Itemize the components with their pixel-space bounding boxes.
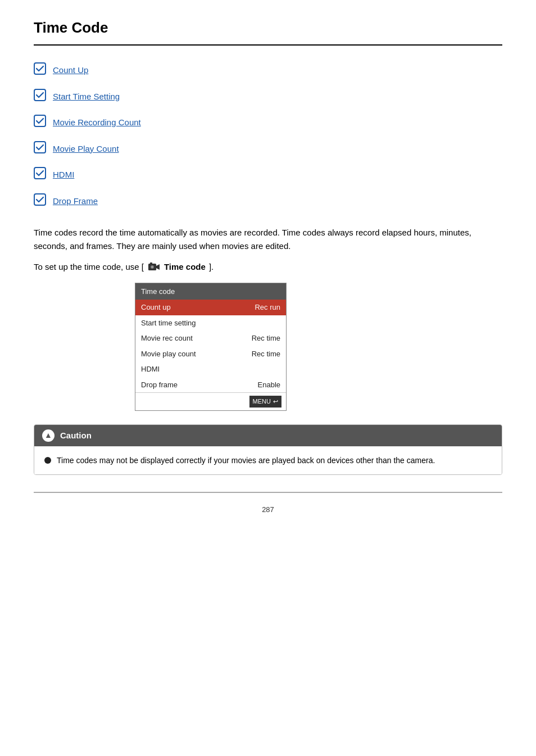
nav-item-icon xyxy=(34,141,53,157)
nav-item-drop-frame: Drop Frame xyxy=(34,193,502,210)
caution-box: ▲ Caution Time codes may not be displaye… xyxy=(34,424,502,476)
menu-row-label: Movie play count xyxy=(141,348,196,360)
menu-body: Count upRec runStart time settingMovie r… xyxy=(135,300,286,392)
menu-button[interactable]: MENU ↩ xyxy=(249,396,281,408)
caution-body: Time codes may not be displayed correctl… xyxy=(34,446,502,474)
caution-icon: ▲ xyxy=(42,429,54,442)
setup-prefix: To set up the time code, use [ xyxy=(34,261,144,274)
nav-item-icon xyxy=(34,89,53,105)
caution-item: Time codes may not be displayed correctl… xyxy=(44,454,492,467)
page-title: Time Code xyxy=(34,17,502,46)
menu-row-label: Count up xyxy=(141,302,171,313)
description-text: Time codes record the time automatically… xyxy=(34,226,502,253)
nav-link-movie-recording-count[interactable]: Movie Recording Count xyxy=(53,116,141,129)
nav-item-icon xyxy=(34,62,53,79)
menu-row-value: Enable xyxy=(258,379,280,391)
nav-item-icon xyxy=(34,167,53,183)
nav-item-hdmi: HDMI xyxy=(34,167,502,183)
nav-item-icon xyxy=(34,193,53,210)
menu-btn-label: MENU xyxy=(253,397,271,406)
caution-header: ▲ Caution xyxy=(34,425,502,447)
menu-back-icon: ↩ xyxy=(273,397,278,406)
menu-row: Movie play countRec time xyxy=(135,346,286,362)
camera-timecode-icon xyxy=(147,261,161,273)
nav-link-start-time-setting[interactable]: Start Time Setting xyxy=(53,90,120,103)
menu-row: Drop frameEnable xyxy=(135,377,286,393)
menu-footer: MENU ↩ xyxy=(135,392,286,410)
bottom-divider xyxy=(34,492,502,493)
bullet-icon xyxy=(44,457,51,464)
menu-row-value: Rec time xyxy=(252,333,280,344)
page-number: 287 xyxy=(34,504,502,515)
nav-item-icon xyxy=(34,115,53,131)
nav-item-start-time-setting: Start Time Setting xyxy=(34,89,502,105)
nav-list: Count Up Start Time Setting Movie Record… xyxy=(34,62,502,209)
nav-link-drop-frame[interactable]: Drop Frame xyxy=(53,195,98,208)
menu-title: Time code xyxy=(135,283,286,300)
svg-point-9 xyxy=(151,266,153,268)
menu-row: Movie rec countRec time xyxy=(135,331,286,346)
nav-item-movie-play-count: Movie Play Count xyxy=(34,141,502,157)
nav-link-movie-play-count[interactable]: Movie Play Count xyxy=(53,143,119,156)
setup-bold: Time code xyxy=(164,261,206,274)
setup-suffix: ]. xyxy=(209,261,214,274)
menu-screenshot: Time code Count upRec runStart time sett… xyxy=(135,283,287,411)
setup-line: To set up the time code, use [ Time code… xyxy=(34,261,502,274)
caution-item-text: Time codes may not be displayed correctl… xyxy=(57,454,435,467)
nav-link-count-up[interactable]: Count Up xyxy=(53,64,88,77)
svg-rect-10 xyxy=(150,262,152,264)
svg-marker-7 xyxy=(156,264,160,270)
menu-row-value: Rec time xyxy=(252,348,280,360)
menu-row-value: Rec run xyxy=(255,302,280,313)
menu-row-label: Drop frame xyxy=(141,379,178,391)
menu-row-label: Movie rec count xyxy=(141,333,193,344)
menu-row: Count upRec run xyxy=(135,300,286,315)
menu-row: Start time setting xyxy=(135,315,286,331)
caution-title: Caution xyxy=(60,429,92,442)
nav-item-movie-recording-count: Movie Recording Count xyxy=(34,115,502,131)
menu-row: HDMI xyxy=(135,361,286,377)
menu-row-label: Start time setting xyxy=(141,318,196,329)
nav-link-hdmi[interactable]: HDMI xyxy=(53,169,74,182)
menu-row-label: HDMI xyxy=(141,364,160,375)
nav-item-count-up: Count Up xyxy=(34,62,502,79)
